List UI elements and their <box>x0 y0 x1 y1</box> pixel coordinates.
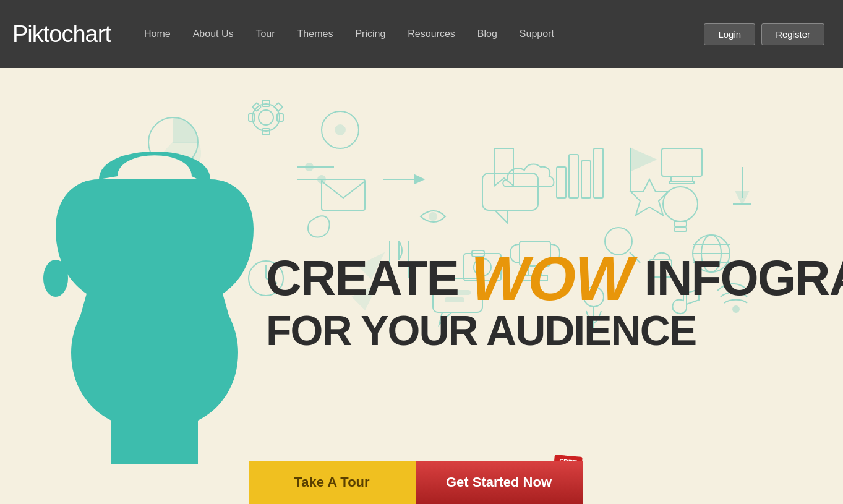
nav-themes[interactable]: Themes <box>289 25 342 43</box>
svg-rect-12 <box>569 155 578 198</box>
svg-rect-8 <box>274 103 283 111</box>
nav-home[interactable]: Home <box>135 25 179 43</box>
nav-support[interactable]: Support <box>511 25 563 43</box>
svg-point-22 <box>306 163 313 171</box>
logo-light: chart <box>61 21 110 47</box>
logo[interactable]: Piktochart <box>12 21 111 48</box>
svg-rect-6 <box>277 114 283 121</box>
login-button[interactable]: Login <box>704 23 755 45</box>
nav-about[interactable]: About Us <box>184 25 242 43</box>
svg-rect-58 <box>662 148 702 176</box>
get-started-button[interactable]: Get Started Now <box>416 461 583 504</box>
svg-rect-60 <box>670 181 694 184</box>
header-right: Login Register <box>704 23 824 45</box>
svg-marker-16 <box>414 175 424 184</box>
svg-rect-7 <box>252 103 261 111</box>
svg-point-18 <box>335 125 345 135</box>
svg-point-17 <box>322 111 359 148</box>
svg-rect-59 <box>671 176 693 181</box>
svg-marker-64 <box>736 192 748 204</box>
svg-rect-11 <box>557 167 566 198</box>
svg-point-66 <box>43 260 68 297</box>
get-started-wrapper: FREE Get Started Now <box>416 461 583 504</box>
svg-point-29 <box>663 187 698 221</box>
nav-pricing[interactable]: Pricing <box>346 25 394 43</box>
wow-word: WOW <box>471 247 632 309</box>
header-left: Piktochart Home About Us Tour Themes Pri… <box>12 21 563 48</box>
headline-line1: CREATE WOW INFOGRAPHIC <box>266 247 818 309</box>
hero-section: CREATE WOW INFOGRAPHIC FOR YOUR AUDIENCE… <box>0 68 843 504</box>
nav-resources[interactable]: Resources <box>399 25 463 43</box>
svg-point-24 <box>318 176 325 183</box>
create-word: CREATE <box>266 254 458 303</box>
svg-rect-14 <box>594 148 603 198</box>
svg-rect-9 <box>482 173 538 210</box>
nav-blog[interactable]: Blog <box>469 25 506 43</box>
svg-rect-3 <box>262 100 270 106</box>
infographic-word: INFOGRAPHIC <box>644 254 843 303</box>
register-button[interactable]: Register <box>761 23 824 45</box>
nav-tour[interactable]: Tour <box>247 25 283 43</box>
main-nav: Home About Us Tour Themes Pricing Resour… <box>135 25 563 43</box>
hero-text: CREATE WOW INFOGRAPHIC FOR YOUR AUDIENCE <box>266 247 818 351</box>
svg-rect-31 <box>674 228 687 231</box>
headline-line2: FOR YOUR AUDIENCE <box>266 309 818 351</box>
svg-rect-61 <box>322 179 365 210</box>
logo-text: Piktochart <box>12 21 111 48</box>
svg-point-25 <box>429 213 437 220</box>
logo-bold: Pikto <box>12 21 61 47</box>
head-silhouette <box>37 117 272 489</box>
cta-area: Take A Tour FREE Get Started Now <box>249 461 595 504</box>
svg-marker-10 <box>495 210 507 223</box>
header: Piktochart Home About Us Tour Themes Pri… <box>0 0 843 68</box>
tour-button[interactable]: Take A Tour <box>249 461 416 504</box>
svg-rect-13 <box>581 161 591 198</box>
svg-marker-20 <box>631 179 668 215</box>
svg-rect-30 <box>674 221 687 226</box>
